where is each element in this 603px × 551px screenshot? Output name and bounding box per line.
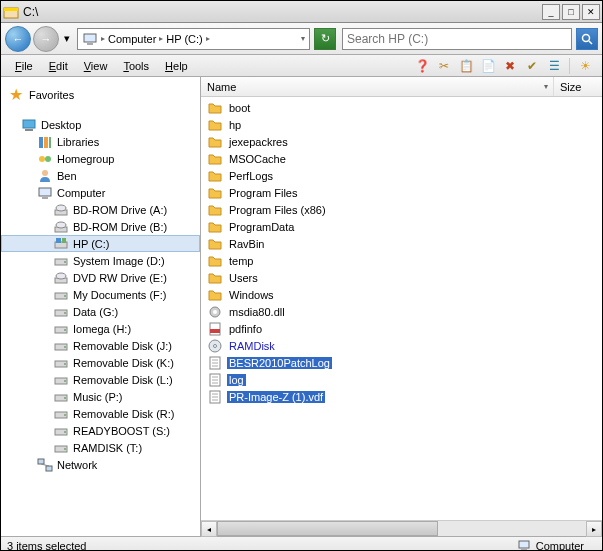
breadcrumb-computer[interactable]: Computer (108, 33, 156, 45)
list-item[interactable]: jexepackres (201, 133, 602, 150)
list-item[interactable]: PR-Image-Z (1).vdf (201, 388, 602, 405)
svg-rect-48 (46, 466, 52, 471)
search-box[interactable] (342, 28, 572, 50)
svg-point-26 (56, 273, 66, 279)
scroll-left-arrow[interactable]: ◂ (201, 521, 217, 537)
list-item[interactable]: RavBin (201, 235, 602, 252)
list-item[interactable]: temp (201, 252, 602, 269)
tree-drive[interactable]: Removable Disk (R:) (1, 405, 200, 422)
dll-icon (207, 304, 223, 320)
star-icon: ★ (9, 85, 23, 104)
svg-rect-53 (210, 329, 220, 333)
status-location: Computer (516, 538, 596, 551)
svg-point-40 (64, 397, 66, 399)
tree-drive[interactable]: BD-ROM Drive (B:) (1, 218, 200, 235)
tree-drive[interactable]: System Image (D:) (1, 252, 200, 269)
nav-history-dropdown[interactable]: ▾ (61, 29, 73, 49)
breadcrumb-drive[interactable]: HP (C:) (166, 33, 202, 45)
scroll-right-arrow[interactable]: ▸ (586, 521, 602, 537)
list-item[interactable]: msdia80.dll (201, 303, 602, 320)
tree-drive[interactable]: BD-ROM Drive (A:) (1, 201, 200, 218)
drive-icon (53, 389, 69, 405)
search-input[interactable] (347, 32, 567, 46)
copy-icon[interactable]: 📋 (457, 57, 475, 75)
list-item[interactable]: MSOCache (201, 150, 602, 167)
svg-point-12 (45, 156, 51, 162)
list-item[interactable]: PerfLogs (201, 167, 602, 184)
file-label: jexepackres (227, 136, 290, 148)
menu-tools[interactable]: Tools (115, 58, 157, 74)
list-item[interactable]: Program Files (201, 184, 602, 201)
horizontal-scrollbar[interactable]: ◂ ▸ (201, 520, 602, 536)
drive-icon (53, 372, 69, 388)
check-icon[interactable]: ✔ (523, 57, 541, 75)
disc-icon (207, 338, 223, 354)
paste-icon[interactable]: 📄 (479, 57, 497, 75)
address-breadcrumb[interactable]: ▸ Computer ▸ HP (C:) ▸ ▾ (77, 28, 310, 50)
tree-user[interactable]: Ben (1, 167, 200, 184)
tree-drive[interactable]: RAMDISK (T:) (1, 439, 200, 456)
folder-icon (207, 168, 223, 184)
breadcrumb-dropdown-icon[interactable]: ▾ (301, 34, 305, 43)
menu-file[interactable]: File (7, 58, 41, 74)
tree-network[interactable]: Network (1, 456, 200, 473)
svg-point-19 (56, 222, 66, 228)
drive-label: Removable Disk (R:) (73, 408, 174, 420)
tree-drive[interactable]: DVD RW Drive (E:) (1, 269, 200, 286)
help-icon[interactable]: ❓ (413, 57, 431, 75)
file-icon (207, 372, 223, 388)
back-button[interactable]: ← (5, 26, 31, 52)
list-item[interactable]: Program Files (x86) (201, 201, 602, 218)
close-button[interactable]: ✕ (582, 4, 600, 20)
tree-drive[interactable]: Removable Disk (J:) (1, 337, 200, 354)
list-item[interactable]: Windows (201, 286, 602, 303)
tree-libraries[interactable]: Libraries (1, 133, 200, 150)
column-size[interactable]: Size (554, 77, 602, 96)
file-icon (207, 389, 223, 405)
menu-help[interactable]: Help (157, 58, 196, 74)
tree-homegroup[interactable]: Homegroup (1, 150, 200, 167)
drive-icon (53, 202, 69, 218)
maximize-button[interactable]: □ (562, 4, 580, 20)
forward-button[interactable]: → (33, 26, 59, 52)
tree-computer[interactable]: Computer (1, 184, 200, 201)
favorites-header[interactable]: ★ Favorites (1, 83, 200, 106)
svg-rect-9 (44, 137, 48, 148)
tree-desktop[interactable]: Desktop (1, 116, 200, 133)
tree-drive[interactable]: My Documents (F:) (1, 286, 200, 303)
scroll-thumb[interactable] (217, 521, 438, 536)
list-item[interactable]: pdfinfo (201, 320, 602, 337)
tree-drive[interactable]: Removable Disk (K:) (1, 354, 200, 371)
delete-icon[interactable]: ✖ (501, 57, 519, 75)
cut-icon[interactable]: ✂ (435, 57, 453, 75)
tree-drive[interactable]: Iomega (H:) (1, 320, 200, 337)
list-item[interactable]: ProgramData (201, 218, 602, 235)
svg-line-5 (589, 41, 592, 44)
list-item[interactable]: boot (201, 99, 602, 116)
view-mode-icon[interactable]: ☀ (576, 57, 594, 75)
list-item[interactable]: BESR2010PatchLog (201, 354, 602, 371)
tree-drive[interactable]: HP (C:) (1, 235, 200, 252)
search-go-button[interactable] (576, 28, 598, 50)
folder-icon (207, 236, 223, 252)
tree-drive[interactable]: Data (G:) (1, 303, 200, 320)
tree-drive[interactable]: READYBOOST (S:) (1, 422, 200, 439)
scroll-track[interactable] (217, 521, 586, 536)
breadcrumb-sep-icon: ▸ (159, 34, 163, 43)
list-item[interactable]: log (201, 371, 602, 388)
file-list[interactable]: boothpjexepackresMSOCachePerfLogsProgram… (201, 97, 602, 520)
favorites-label: Favorites (29, 89, 74, 101)
list-item[interactable]: Users (201, 269, 602, 286)
minimize-button[interactable]: _ (542, 4, 560, 20)
list-item[interactable]: RAMDisk (201, 337, 602, 354)
menu-view[interactable]: View (76, 58, 116, 74)
svg-rect-1 (4, 8, 18, 11)
menu-edit[interactable]: Edit (41, 58, 76, 74)
list-item[interactable]: hp (201, 116, 602, 133)
tree-drive[interactable]: Music (P:) (1, 388, 200, 405)
refresh-button[interactable]: ↻ (314, 28, 336, 50)
tree-drive[interactable]: Removable Disk (L:) (1, 371, 200, 388)
svg-rect-22 (62, 238, 66, 243)
properties-icon[interactable]: ☰ (545, 57, 563, 75)
column-name[interactable]: Name ▾ (201, 77, 554, 96)
